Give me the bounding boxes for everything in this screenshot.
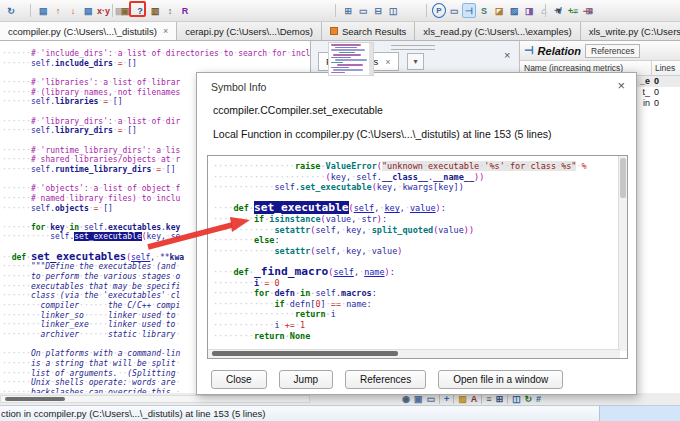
relation-row-lines: 0	[654, 87, 680, 98]
replace-icon[interactable]: x·y	[96, 3, 111, 18]
thumbnail-line	[333, 54, 361, 56]
editor-hscrollbar-thumb[interactable]	[5, 397, 65, 401]
thumbnail-line	[331, 57, 351, 59]
window-cascade-icon[interactable]: ◫	[386, 3, 400, 18]
references-button[interactable]: References	[345, 370, 426, 389]
thumbnail-line	[331, 62, 343, 64]
dialog-button-row: CloseJumpReferencesOpen file in a window	[211, 370, 563, 389]
thumbnail-scrollbar	[369, 43, 373, 75]
panel-dropdown-chevron-icon[interactable]: ▾	[407, 53, 424, 70]
remove-list-icon[interactable]: −≡	[581, 3, 595, 18]
symbol-code-view[interactable]: ················raise·ValueError("unknow…	[207, 155, 628, 359]
thumbnail-line	[333, 69, 363, 71]
thumbnail-line	[335, 59, 367, 61]
home-icon[interactable]: ⌂	[537, 3, 551, 18]
toolbar-separator	[30, 4, 31, 17]
symbol-list-icon[interactable]: ↕	[163, 3, 177, 18]
file-tab[interactable]: xls_write.py (C:\Users\...\examples)	[581, 22, 680, 40]
code-vscrollbar-thumb[interactable]	[620, 158, 626, 198]
relation-references-tab[interactable]: References	[585, 44, 640, 58]
toolbar-group: ↻	[4, 3, 18, 18]
code-line: ········i·=·0	[213, 278, 627, 289]
file-tab[interactable]: ccompiler.py (C:\Users\...\_distutils)×	[0, 22, 177, 40]
relation-col-lines[interactable]: Lines	[652, 63, 680, 73]
code-preview-thumbnail	[328, 42, 374, 76]
window-split-icon[interactable]: ⊟	[371, 3, 385, 18]
tab-label: Search Results	[342, 26, 406, 37]
close-button[interactable]: Close	[211, 370, 267, 389]
dialog-close-icon[interactable]: ×	[617, 78, 625, 93]
add-slash-icon[interactable]: +/	[551, 3, 565, 18]
annotation-red-arrow	[138, 213, 258, 258]
folder-up-icon[interactable]: ◪	[492, 3, 506, 18]
symbol-info-dialog: Symbol Info × ccompiler.CCompiler.set_ex…	[196, 72, 637, 395]
relation-row-lines: 0	[654, 98, 680, 109]
editor-hscrollbar[interactable]	[0, 395, 310, 403]
add-list-icon[interactable]: +≡	[566, 3, 580, 18]
tab-label: ccompiler.py (C:\Users\...\_distutils)	[8, 26, 157, 37]
window-single-icon[interactable]: ▭	[356, 3, 370, 18]
tab-label: cerapi.py (C:\Users\...\Demos)	[185, 26, 313, 37]
app-window: ↻▤↑↓▤x·y▤▣?▥↕R⊞▭⊟◫P▭⊣S◪▨◨⌂▼↔⊞+/+≡−≡ ccom…	[0, 0, 680, 421]
tab-close-icon[interactable]: ×	[163, 26, 168, 36]
toolbar-group: ⊞▭⊟◫	[341, 3, 400, 18]
tab-label: xls_write.py (C:\Users\...\examples)	[589, 26, 680, 37]
relation-panel-header: ⊣ Relation References	[520, 41, 680, 60]
toolbar-separator	[453, 394, 454, 404]
code-line: ············setattr(self,·key,·value)	[213, 246, 627, 257]
panel-close-icon[interactable]: ×	[504, 49, 510, 61]
search-up-icon[interactable]: ↑	[51, 3, 65, 18]
file-tab[interactable]: cerapi.py (C:\Users\...\Demos)	[177, 22, 322, 40]
code-line: ······self.include_dirs·=·[]	[2, 59, 310, 69]
code-line: ······················(key,·self.__class…	[213, 172, 627, 183]
help-book-icon[interactable]: ▥	[148, 3, 162, 18]
frame-icon[interactable]: ▭	[447, 3, 461, 18]
code-vscrollbar[interactable]	[618, 156, 627, 351]
project-files-tab-close-icon[interactable]: ×	[385, 57, 390, 67]
code-line: ········else:	[213, 235, 627, 246]
code-hscrollbar-thumb[interactable]	[212, 351, 398, 356]
code-line: ················return·i	[213, 309, 627, 320]
code-line: ····def·set_executable(self,·key,·value)…	[213, 203, 627, 214]
relation-row-lines: 0	[654, 76, 680, 87]
code-line: ········for·defn·in·self.macros:	[213, 288, 627, 299]
status-bar: ction in ccompiler.py (C:\Users\...\_dis…	[0, 405, 680, 421]
image-icon[interactable]: ▨	[507, 3, 521, 18]
search-icon[interactable]: ▤	[36, 3, 50, 18]
relation-window-icon[interactable]: ⊣	[462, 3, 476, 18]
toolbar-separator	[439, 394, 440, 404]
source-file-icon[interactable]: S	[477, 3, 491, 18]
toolbar-separator	[507, 394, 508, 404]
toolbar-separator	[426, 4, 427, 17]
code-line: ····def·_find_macro(self,·name):	[213, 267, 627, 278]
code-hscrollbar[interactable]	[208, 349, 620, 358]
code-line: ············if·defn[0]·==·name:	[213, 299, 627, 310]
symbol-code: ················raise·ValueError("unknow…	[208, 156, 627, 341]
panel-grip[interactable]	[391, 45, 435, 50]
file-tab[interactable]: Search Results	[322, 22, 415, 40]
top-toolbar: ↻▤↑↓▤x·y▤▣?▥↕R⊞▭⊟◫P▭⊣S◪▨◨⌂▼↔⊞+/+≡−≡	[0, 0, 680, 22]
file-tab[interactable]: xls_read.py (C:\Users\...\examples)	[415, 22, 580, 40]
code-line: ············self.set_executable(key,·kwa…	[213, 182, 627, 193]
thumbnail-line	[331, 49, 365, 51]
jump-button[interactable]: Jump	[279, 370, 333, 389]
toolbar-group: +/+≡−≡	[551, 3, 595, 18]
open-file-button[interactable]: Open file in a window	[438, 370, 563, 389]
nav-forward-icon[interactable]: ↻	[4, 3, 18, 18]
window-grid-icon[interactable]: ⊞	[341, 3, 355, 18]
status-text: ction in ccompiler.py (C:\Users\...\_dis…	[1, 408, 266, 419]
dialog-symbol-location: Local Function in ccompiler.py (C:\Users…	[213, 128, 551, 140]
dialog-symbol-name: ccompiler.CCompiler.set_executable	[213, 104, 383, 116]
search-results-icon	[330, 27, 338, 35]
code-line: ······#·'include_dirs':·a·list·of·direct…	[2, 49, 310, 59]
export-icon[interactable]: ◨	[522, 3, 536, 18]
macro-icon[interactable]: R	[178, 3, 192, 18]
relation-panel-title: Relation	[538, 45, 581, 57]
code-line: ········if·isinstance(value,·str):	[213, 214, 627, 225]
project-icon[interactable]: P	[432, 3, 446, 18]
relation-icon: ⊣	[524, 44, 534, 57]
search-down-icon[interactable]: ↓	[66, 3, 80, 18]
search-files-icon[interactable]: ▤	[81, 3, 95, 18]
status-bar-right-segment	[599, 406, 680, 421]
dialog-title: Symbol Info	[211, 81, 266, 93]
